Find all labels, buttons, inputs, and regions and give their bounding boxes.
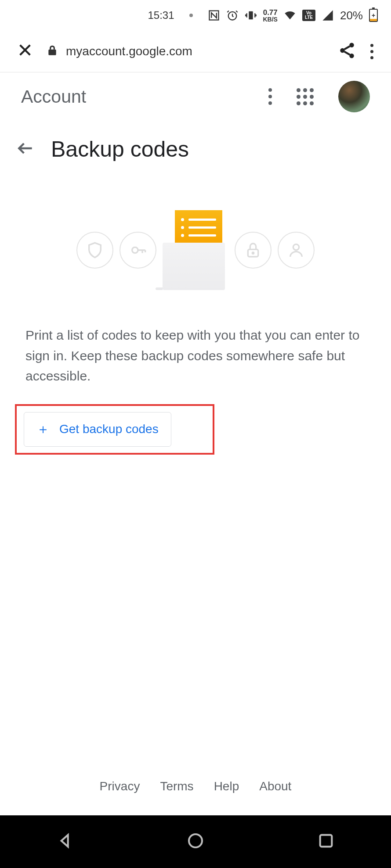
data-rate-indicator: 0.77 KB/S [263, 9, 278, 22]
signal-icon [322, 9, 334, 22]
app-header: Account [0, 72, 391, 121]
status-time: 15:31 [148, 9, 174, 22]
nfc-icon [208, 9, 220, 22]
annotation-highlight: ＋ Get backup codes [15, 404, 214, 455]
url-text: myaccount.google.com [66, 44, 192, 58]
nav-home-icon[interactable] [187, 832, 204, 851]
get-backup-codes-label: Get backup codes [59, 422, 159, 436]
footer-privacy-link[interactable]: Privacy [100, 779, 140, 793]
svg-point-6 [349, 54, 354, 58]
svg-point-9 [252, 252, 253, 254]
svg-rect-3 [48, 50, 56, 55]
url-bar[interactable]: myaccount.google.com [47, 44, 324, 59]
svg-point-11 [189, 834, 202, 847]
alarm-icon [226, 9, 239, 22]
lock-icon [47, 44, 58, 59]
app-menu-icon[interactable] [268, 88, 272, 105]
battery-percent: 20% [340, 9, 363, 22]
nav-recent-icon[interactable] [317, 832, 335, 851]
key-icon [119, 232, 156, 269]
svg-point-5 [340, 48, 345, 53]
google-apps-icon[interactable] [297, 88, 314, 105]
volte-icon: Vo LTE [302, 10, 315, 21]
svg-point-4 [349, 43, 354, 48]
data-rate-unit: KB/S [263, 16, 278, 22]
padlock-icon [235, 232, 272, 269]
footer-about-link[interactable]: About [259, 779, 291, 793]
svg-point-10 [293, 244, 299, 250]
page-title: Backup codes [51, 136, 189, 162]
app-title: Account [21, 86, 257, 107]
status-separator-dot [189, 14, 193, 17]
svg-rect-12 [320, 835, 332, 847]
footer-help-link[interactable]: Help [214, 779, 239, 793]
vibrate-icon [245, 9, 257, 22]
wifi-icon [284, 9, 296, 22]
share-icon[interactable] [338, 41, 356, 61]
svg-point-7 [132, 247, 138, 253]
browser-bar: myaccount.google.com [0, 31, 391, 72]
page-heading-row: Backup codes [0, 121, 391, 171]
nav-back-icon[interactable] [56, 832, 74, 851]
back-arrow-icon[interactable] [16, 139, 35, 160]
footer-links: Privacy Terms Help About [0, 766, 391, 815]
system-nav-bar [0, 815, 391, 868]
svg-rect-2 [249, 11, 253, 20]
data-rate-value: 0.77 [263, 9, 278, 16]
codes-card-illustration [163, 210, 228, 290]
battery-icon: + [369, 9, 378, 22]
status-bar: 15:31 0.77 KB/S Vo LTE 20% + [0, 0, 391, 31]
plus-icon: ＋ [36, 420, 50, 438]
shield-icon [76, 232, 113, 269]
person-icon [278, 232, 315, 269]
browser-menu-icon[interactable] [370, 44, 373, 59]
avatar[interactable] [338, 81, 370, 112]
footer-terms-link[interactable]: Terms [160, 779, 193, 793]
get-backup-codes-button[interactable]: ＋ Get backup codes [24, 412, 171, 447]
close-icon[interactable] [18, 42, 33, 61]
description-text: Print a list of codes to keep with you t… [0, 312, 391, 404]
illustration [76, 210, 315, 290]
